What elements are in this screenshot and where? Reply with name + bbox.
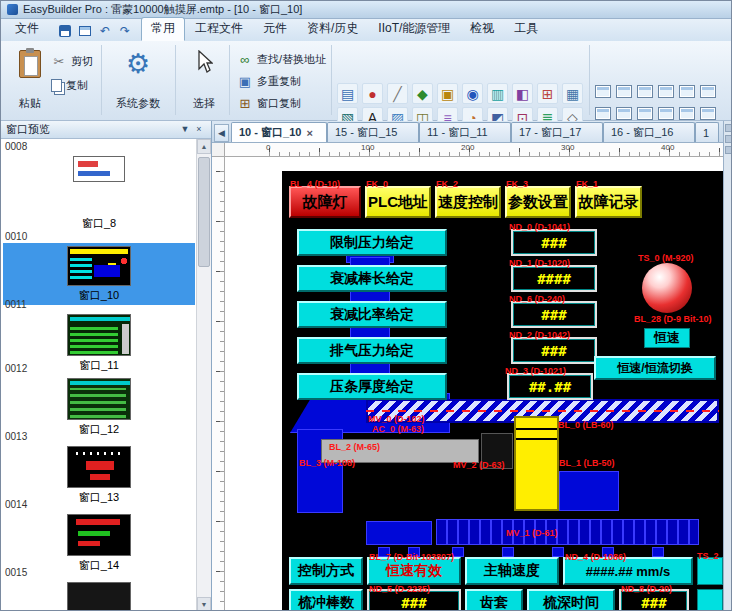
find-replace-address-button[interactable]: ∞ 查找/替换地址	[237, 49, 326, 69]
menu-tab-data-history[interactable]: 资料/历史	[297, 17, 368, 41]
menu-tab-tool[interactable]: 工具	[504, 17, 548, 41]
window-thumbnail[interactable]	[67, 378, 131, 420]
parameter-setting-button[interactable]: 参数设置	[505, 186, 571, 218]
redo-icon[interactable]: ↷	[117, 23, 133, 39]
multi-copy-button[interactable]: ▣ 多重复制	[237, 71, 301, 91]
window-thumbnail[interactable]	[67, 314, 131, 356]
numeric-display[interactable]: ###	[511, 301, 597, 328]
document-tab[interactable]: 10 - 窗口_10 ×	[231, 122, 327, 142]
tab-close-icon[interactable]: ×	[306, 127, 312, 139]
control-mode-cell[interactable]: 控制方式	[289, 557, 363, 585]
copy-button[interactable]: 复制	[51, 75, 88, 95]
window-thumbnail[interactable]	[73, 156, 125, 182]
document-tab[interactable]: 15 - 窗口_15	[327, 122, 419, 142]
list-item[interactable]: 0010 窗口_10	[1, 229, 197, 297]
window-tool-icon[interactable]	[616, 107, 632, 120]
panel-menu-icon[interactable]: ▼	[178, 123, 192, 136]
list-item[interactable]: 0014 窗口_14	[1, 497, 197, 565]
window-copy-button[interactable]: ⊞ 窗口复制	[237, 93, 301, 113]
element-icon[interactable]: ▥	[487, 83, 508, 104]
menu-tab-object[interactable]: 元件	[253, 17, 297, 41]
tooth-sleeve-cell[interactable]: 齿套	[465, 589, 523, 611]
element-icon[interactable]: ●	[362, 83, 383, 104]
numeric-display[interactable]: ###	[511, 229, 597, 256]
element-icon[interactable]: ◆	[412, 83, 433, 104]
dock-icon[interactable]	[725, 124, 732, 132]
element-icon[interactable]: ▦	[562, 83, 583, 104]
address-tag: ND_3 (D-1021)	[505, 367, 566, 376]
window-tool-icon[interactable]	[700, 85, 716, 98]
menu-tab-project[interactable]: 工程文件	[185, 17, 253, 41]
element-icon[interactable]: ◧	[512, 83, 533, 104]
window-thumbnail[interactable]	[67, 514, 131, 556]
hmi-screen[interactable]: 故障灯 BL_4 (D-10) PLC地址 FK_0 速度控制 FK_2 参数设…	[282, 171, 723, 611]
numeric-display[interactable]: ##.##	[507, 373, 593, 400]
list-item[interactable]: 0011 窗口_11	[1, 297, 197, 361]
window-tool-icon[interactable]	[658, 107, 674, 120]
decay-ratio-set-button[interactable]: 衰减比率给定	[297, 301, 447, 328]
window-icon[interactable]	[77, 23, 93, 39]
partial-element[interactable]	[697, 589, 723, 611]
save-icon[interactable]	[57, 23, 73, 39]
speed-control-button[interactable]: 速度控制	[435, 186, 501, 218]
strip-thickness-set-button[interactable]: 压条厚度给定	[297, 373, 447, 400]
dock-icon[interactable]	[725, 135, 732, 143]
fault-lamp-button[interactable]: 故障灯	[289, 186, 361, 218]
exhaust-pressure-set-button[interactable]: 排气压力给定	[297, 337, 447, 364]
element-icon[interactable]: ◉	[462, 83, 483, 104]
element-icon[interactable]: ⊞	[537, 83, 558, 104]
list-item[interactable]: 0008 窗口_8	[1, 139, 197, 229]
decay-rod-length-set-button[interactable]: 衰减棒长给定	[297, 265, 447, 292]
element-icon[interactable]: ▣	[437, 83, 458, 104]
menu-tab-iiot-energy[interactable]: IIoT/能源管理	[368, 17, 460, 41]
numeric-display[interactable]: ###	[511, 337, 597, 364]
window-tool-icon[interactable]	[637, 107, 653, 120]
status-lamp[interactable]	[642, 263, 692, 313]
document-tab[interactable]: 1	[695, 122, 719, 142]
scroll-down-icon[interactable]: ▼	[197, 597, 211, 611]
paste-button[interactable]: 粘贴	[7, 45, 53, 115]
window-tool-icon[interactable]	[679, 107, 695, 120]
list-item[interactable]: 0013 窗口_13	[1, 429, 197, 497]
panel-scrollbar[interactable]: ▲ ▼	[196, 139, 211, 611]
rod-count-cell[interactable]: 梳冲棒数	[289, 589, 363, 611]
window-thumbnail[interactable]	[67, 246, 131, 286]
element-icon[interactable]: ▤	[337, 83, 358, 104]
window-tool-icon[interactable]	[679, 85, 695, 98]
scrollbar-thumb[interactable]	[198, 157, 210, 267]
window-tool-icon[interactable]	[658, 85, 674, 98]
cut-button[interactable]: ✂ 剪切	[51, 51, 93, 71]
window-thumbnail[interactable]	[67, 582, 131, 611]
system-parameters-button[interactable]: ⚙ 系统参数	[109, 45, 167, 115]
window-tool-icon[interactable]	[700, 107, 716, 120]
menu-tab-view[interactable]: 检视	[460, 17, 504, 41]
design-canvas[interactable]: 故障灯 BL_4 (D-10) PLC地址 FK_0 速度控制 FK_2 参数设…	[225, 157, 723, 611]
window-tool-icon[interactable]	[595, 107, 611, 120]
dock-icon[interactable]	[725, 146, 732, 154]
document-tab[interactable]: 11 - 窗口_11	[419, 122, 511, 142]
panel-close-icon[interactable]: ×	[192, 123, 206, 136]
address-tag: ND_1 (D-1020)	[509, 259, 570, 268]
select-button[interactable]: 选择	[181, 45, 227, 115]
limit-pressure-set-button[interactable]: 限制压力给定	[297, 229, 447, 256]
element-icon[interactable]: ╱	[387, 83, 408, 104]
document-tab[interactable]: 16 - 窗口_16	[603, 122, 695, 142]
scroll-up-icon[interactable]: ▲	[197, 139, 211, 154]
window-tool-icon[interactable]	[637, 85, 653, 98]
tab-scroll-left-icon[interactable]: ◀	[214, 124, 229, 142]
fault-record-button[interactable]: 故障记录	[575, 186, 642, 218]
spindle-speed-cell[interactable]: 主轴速度	[465, 557, 559, 585]
undo-icon[interactable]: ↶	[97, 23, 113, 39]
ruler-corner	[212, 143, 225, 157]
speed-flow-switch-button[interactable]: 恒速/恒流切换	[594, 356, 716, 380]
comb-depth-time-cell[interactable]: 梳深时间	[527, 589, 615, 611]
menu-tab-home[interactable]: 常用	[141, 17, 185, 41]
numeric-display[interactable]: ####	[511, 265, 597, 292]
window-thumbnail[interactable]	[67, 446, 131, 488]
partial-element[interactable]	[697, 557, 723, 585]
window-tool-icon[interactable]	[616, 85, 632, 98]
window-tool-icon[interactable]	[595, 85, 611, 98]
plc-address-button[interactable]: PLC地址	[365, 186, 431, 218]
document-tab[interactable]: 17 - 窗口_17	[511, 122, 603, 142]
menu-file[interactable]: 文件	[5, 17, 49, 41]
